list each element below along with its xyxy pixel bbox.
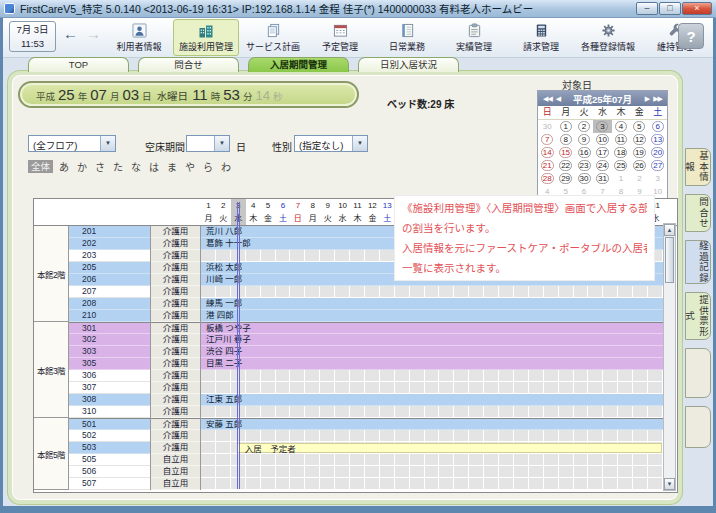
side-tab-blank-1[interactable] bbox=[685, 348, 711, 398]
help-button[interactable]: ? bbox=[678, 23, 704, 49]
calendar-prev-month-icon[interactable]: ◀ bbox=[554, 95, 562, 103]
room-cell-206[interactable]: 206 bbox=[69, 274, 150, 286]
scroll-down-icon[interactable]: ▼ bbox=[664, 478, 675, 490]
side-tab-inquiry[interactable]: 問合せ bbox=[685, 194, 711, 232]
calendar-day[interactable]: 1 bbox=[556, 120, 574, 133]
toolbar-button-performance-mgmt[interactable]: 実績管理 bbox=[441, 19, 507, 56]
gantt-row-305[interactable]: 目黒 二子 bbox=[201, 358, 663, 370]
room-cell-302[interactable]: 302 bbox=[69, 334, 150, 346]
back-arrow-icon[interactable]: ← bbox=[63, 25, 78, 42]
gantt-row-506[interactable] bbox=[201, 466, 663, 478]
room-cell-306[interactable]: 306 bbox=[69, 370, 150, 382]
calendar-day[interactable]: 20 bbox=[649, 146, 667, 159]
room-cell-307[interactable]: 307 bbox=[69, 382, 150, 394]
toolbar-button-user-info[interactable]: 利用者情報 bbox=[106, 19, 172, 56]
side-tab-blank-2[interactable] bbox=[685, 406, 711, 448]
gantt-row-505[interactable] bbox=[201, 454, 663, 466]
gantt-row-302[interactable]: 江戸川 春子 bbox=[201, 334, 663, 346]
scrollbar-thumb[interactable] bbox=[665, 237, 674, 283]
calendar-day[interactable]: 25 bbox=[612, 159, 630, 172]
room-cell-305[interactable]: 305 bbox=[69, 358, 150, 370]
scroll-up-icon[interactable]: ▲ bbox=[664, 224, 675, 236]
calendar-day[interactable]: 6 bbox=[649, 120, 667, 133]
gantt-row-207[interactable] bbox=[201, 286, 663, 298]
toolbar-button-daily-work[interactable]: 日常業務 bbox=[374, 19, 440, 56]
calendar-day[interactable]: 15 bbox=[556, 146, 574, 159]
room-cell-203[interactable]: 203 bbox=[69, 250, 150, 262]
side-tab-progress-record[interactable]: 経過記録 bbox=[685, 240, 711, 284]
calendar-day[interactable]: 8 bbox=[556, 133, 574, 146]
toolbar-button-facility-usage[interactable]: 施設利用管理 bbox=[173, 19, 239, 56]
calendar-day[interactable]: 5 bbox=[630, 120, 648, 133]
kana-filter-item[interactable]: は bbox=[147, 159, 161, 174]
calendar-day[interactable]: 26 bbox=[630, 159, 648, 172]
calendar-day[interactable]: 11 bbox=[612, 133, 630, 146]
gantt-row-308[interactable]: 江東 五郎 bbox=[201, 394, 663, 406]
calendar-day[interactable]: 3 bbox=[593, 120, 611, 133]
minimize-button[interactable]: – bbox=[636, 2, 658, 15]
room-cell-301[interactable]: 301 bbox=[69, 322, 150, 334]
calendar-day[interactable]: 27 bbox=[649, 159, 667, 172]
vacancy-period-select[interactable]: ▼ bbox=[186, 135, 230, 152]
calendar-day[interactable]: 19 bbox=[630, 146, 648, 159]
tab-top[interactable]: TOP bbox=[28, 57, 129, 72]
room-cell-502[interactable]: 502 bbox=[69, 430, 150, 442]
calendar-day[interactable]: 23 bbox=[575, 159, 593, 172]
room-cell-202[interactable]: 202 bbox=[69, 238, 150, 250]
gantt-row-208[interactable]: 練馬 一郎 bbox=[201, 298, 663, 310]
toolbar-button-billing-mgmt[interactable]: 請求管理 bbox=[508, 19, 574, 56]
room-cell-308[interactable]: 308 bbox=[69, 394, 150, 406]
maximize-button[interactable]: □ bbox=[659, 2, 681, 15]
kana-filter-item[interactable]: あ bbox=[57, 159, 71, 174]
kana-filter-item[interactable]: な bbox=[129, 159, 143, 174]
room-cell-503[interactable]: 503 bbox=[69, 442, 150, 454]
gantt-row-503[interactable]: 入居 予定者 bbox=[201, 442, 663, 454]
room-cell-201[interactable]: 201 bbox=[69, 226, 150, 238]
calendar-day[interactable]: 18 bbox=[612, 146, 630, 159]
calendar-prev-year-icon[interactable]: ◀◀ bbox=[541, 95, 554, 103]
calendar-day[interactable]: 21 bbox=[538, 159, 556, 172]
close-button[interactable]: × bbox=[682, 2, 712, 15]
calendar-day[interactable]: 9 bbox=[575, 133, 593, 146]
calendar-day[interactable]: 17 bbox=[593, 146, 611, 159]
gantt-row-507[interactable] bbox=[201, 478, 663, 490]
calendar-day[interactable]: 29 bbox=[556, 172, 574, 185]
calendar-day[interactable]: 31 bbox=[593, 172, 611, 185]
kana-filter-item[interactable]: か bbox=[75, 159, 89, 174]
kana-filter-item[interactable]: や bbox=[183, 159, 197, 174]
floor-select[interactable]: (全フロア) ▼ bbox=[28, 135, 116, 152]
room-cell-303[interactable]: 303 bbox=[69, 346, 150, 358]
toolbar-button-registration-info[interactable]: 各種登録情報 bbox=[575, 19, 641, 56]
room-cell-506[interactable]: 506 bbox=[69, 466, 150, 478]
kana-filter-item[interactable]: た bbox=[111, 159, 125, 174]
side-tab-basic-info[interactable]: 基本情報 bbox=[685, 148, 711, 186]
side-tab-service-sheet-format[interactable]: 提供票形式 bbox=[685, 292, 711, 340]
room-cell-501[interactable]: 501 bbox=[69, 418, 150, 430]
calendar-day[interactable]: 13 bbox=[649, 133, 667, 146]
table-scrollbar[interactable]: ▲ ▼ bbox=[663, 223, 676, 491]
gantt-row-307[interactable] bbox=[201, 382, 663, 394]
tab-residency-period[interactable]: 入居期間管理 bbox=[248, 57, 349, 72]
gender-select[interactable]: (指定なし) ▼ bbox=[294, 135, 368, 152]
room-cell-507[interactable]: 507 bbox=[69, 478, 150, 490]
calendar-day[interactable]: 16 bbox=[575, 146, 593, 159]
room-cell-208[interactable]: 208 bbox=[69, 298, 150, 310]
room-cell-310[interactable]: 310 bbox=[69, 406, 150, 418]
calendar-day[interactable]: 7 bbox=[538, 133, 556, 146]
gantt-row-210[interactable]: 港 四郎 bbox=[201, 310, 663, 322]
calendar-next-month-icon[interactable]: ▶ bbox=[643, 95, 651, 103]
gantt-row-301[interactable]: 板橋 つや子 bbox=[201, 322, 663, 334]
calendar-day[interactable]: 10 bbox=[593, 133, 611, 146]
kana-filter-item[interactable]: ま bbox=[165, 159, 179, 174]
calendar-day[interactable]: 4 bbox=[612, 120, 630, 133]
room-cell-210[interactable]: 210 bbox=[69, 310, 150, 322]
calendar-day[interactable]: 22 bbox=[556, 159, 574, 172]
kana-filter-item[interactable]: ら bbox=[201, 159, 215, 174]
room-cell-505[interactable]: 505 bbox=[69, 454, 150, 466]
gantt-row-310[interactable] bbox=[201, 406, 663, 418]
room-cell-205[interactable]: 205 bbox=[69, 262, 150, 274]
calendar-day[interactable]: 14 bbox=[538, 146, 556, 159]
tab-daily-occupancy[interactable]: 日別入居状況 bbox=[358, 57, 459, 72]
kana-filter-all[interactable]: 全体 bbox=[28, 160, 53, 173]
gantt-row-303[interactable]: 渋谷 四子 bbox=[201, 346, 663, 358]
